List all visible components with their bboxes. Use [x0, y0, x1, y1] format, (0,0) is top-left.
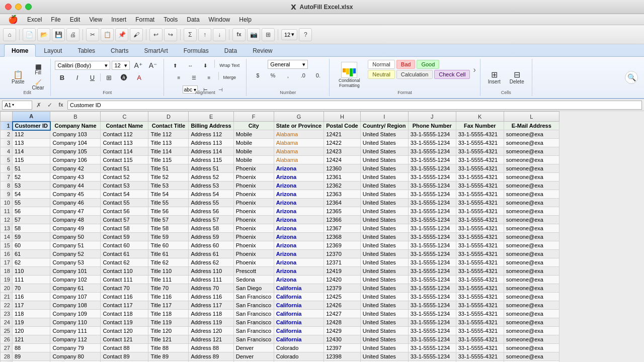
style-neutral[interactable]: Neutral — [368, 70, 394, 79]
cancel-formula-button[interactable]: ✗ — [34, 101, 43, 110]
cell[interactable]: 56 — [13, 207, 50, 216]
row-header-7[interactable]: 7 — [1, 173, 13, 182]
toolbar-paste[interactable]: 📌 — [115, 28, 128, 41]
cell[interactable]: 112 — [13, 130, 50, 139]
currency-button[interactable]: $ — [251, 70, 265, 81]
cell[interactable]: someone@exa — [504, 156, 559, 164]
cell[interactable]: Address 111 — [189, 276, 233, 284]
header-cell-7[interactable]: State or Province — [274, 122, 324, 130]
cell[interactable]: United States — [360, 258, 408, 267]
cell[interactable]: someone@exa — [504, 207, 559, 216]
fill-button[interactable]: ⬛ Fill — [30, 63, 47, 77]
cell[interactable]: 33-1-5555-4321 — [456, 216, 504, 224]
row-header-13[interactable]: 13 — [1, 224, 13, 233]
cell[interactable]: 33-1-5555-4321 — [456, 164, 504, 173]
cell[interactable]: 53 — [13, 182, 50, 190]
cell[interactable]: Title 114 — [148, 147, 189, 156]
cell[interactable]: San Francisco — [233, 310, 274, 318]
row-header-24[interactable]: 24 — [1, 318, 13, 327]
cell[interactable]: Company 105 — [50, 147, 101, 156]
cell[interactable]: 33-1-5555-1234 — [408, 216, 456, 224]
clear-button[interactable]: 🧹 Clear — [30, 78, 47, 92]
insert-function-button[interactable]: fx — [56, 101, 65, 110]
cell[interactable]: 12426 — [324, 301, 361, 310]
decimal-dec-button[interactable]: 0. — [311, 70, 325, 81]
cell[interactable]: Address 57 — [189, 216, 233, 224]
percent-button[interactable]: % — [266, 70, 280, 81]
cell[interactable]: 110 — [13, 267, 50, 276]
cell[interactable]: Contact 55 — [101, 199, 148, 207]
cell[interactable]: Phoenix — [233, 258, 274, 267]
cell[interactable]: United States — [360, 276, 408, 284]
menu-tools[interactable]: Tools — [159, 15, 182, 24]
cell[interactable]: 54 — [13, 190, 50, 199]
row-header-21[interactable]: 21 — [1, 293, 13, 301]
cell[interactable]: someone@exa — [504, 173, 559, 182]
cell[interactable]: Contact 115 — [101, 156, 148, 164]
cell[interactable]: California — [274, 310, 324, 318]
row-header-14[interactable]: 14 — [1, 233, 13, 241]
cell[interactable]: Phoenix — [233, 190, 274, 199]
cell[interactable]: Contact 113 — [101, 139, 148, 147]
cell[interactable]: Address 114 — [189, 147, 233, 156]
cell[interactable]: United States — [360, 267, 408, 276]
cell[interactable]: 33-1-5555-1234 — [408, 301, 456, 310]
cell[interactable]: Address 70 — [189, 284, 233, 293]
font-grow-button[interactable]: A⁺ — [131, 60, 144, 71]
header-cell-1[interactable]: Customer ID — [13, 122, 50, 130]
header-cell-10[interactable]: Phone Number — [408, 122, 456, 130]
cell[interactable]: Company 79 — [50, 344, 101, 352]
underline-button[interactable]: U — [85, 72, 99, 83]
wrap-text-button[interactable]: Wrap Text — [217, 60, 242, 71]
menu-insert[interactable]: Insert — [107, 15, 130, 24]
cell[interactable]: Arizona — [274, 258, 324, 267]
cell[interactable]: Title 117 — [148, 301, 189, 310]
cell[interactable]: 119 — [13, 318, 50, 327]
cell[interactable]: Title 70 — [148, 284, 189, 293]
toolbar-sum[interactable]: Σ — [184, 28, 197, 41]
cell[interactable]: Address 113 — [189, 139, 233, 147]
header-cell-11[interactable]: Fax Number — [456, 122, 504, 130]
cell[interactable]: United States — [360, 233, 408, 241]
cell[interactable]: someone@exa — [504, 293, 559, 301]
cell[interactable]: 12428 — [324, 318, 361, 327]
cell[interactable]: San Francisco — [233, 293, 274, 301]
cell[interactable]: 33-1-5555-4321 — [456, 250, 504, 258]
cell[interactable]: Title 62 — [148, 258, 189, 267]
window-controls[interactable] — [5, 4, 32, 10]
cell[interactable]: 51 — [13, 164, 50, 173]
cell[interactable]: 33-1-5555-4321 — [456, 182, 504, 190]
cell[interactable]: Address 52 — [189, 173, 233, 182]
close-button[interactable] — [5, 4, 12, 10]
cell[interactable]: 12397 — [324, 344, 361, 352]
cell[interactable]: 12361 — [324, 173, 361, 182]
row-header-16[interactable]: 16 — [1, 250, 13, 258]
cell[interactable]: 33-1-5555-4321 — [456, 156, 504, 164]
cell[interactable]: 33-1-5555-1234 — [408, 139, 456, 147]
cell[interactable]: 62 — [13, 258, 50, 267]
cell[interactable]: Alabama — [274, 139, 324, 147]
cell[interactable]: Title 89 — [148, 352, 189, 361]
font-name-dropdown[interactable]: Calibri (Body) ▾ — [55, 61, 110, 70]
cell[interactable]: Contact 120 — [101, 327, 148, 335]
style-good[interactable]: Good — [417, 60, 439, 69]
paste-button[interactable]: 📋 Paste — [8, 66, 28, 88]
cell[interactable]: Address 121 — [189, 335, 233, 344]
cell[interactable]: 61 — [13, 250, 50, 258]
cell[interactable]: United States — [360, 190, 408, 199]
cell[interactable]: Company 61 — [50, 284, 101, 293]
cell[interactable]: Company 106 — [50, 156, 101, 164]
cell[interactable]: Contact 88 — [101, 344, 148, 352]
cell[interactable]: Title 60 — [148, 241, 189, 250]
cell[interactable]: Contact 53 — [101, 182, 148, 190]
cell[interactable]: 33-1-5555-4321 — [456, 276, 504, 284]
menu-view[interactable]: View — [85, 15, 106, 24]
cell[interactable]: United States — [360, 293, 408, 301]
cell[interactable]: 33-1-5555-4321 — [456, 335, 504, 344]
cell[interactable]: 33-1-5555-4321 — [456, 258, 504, 267]
cell[interactable]: 55 — [13, 199, 50, 207]
cell[interactable]: Arizona — [274, 173, 324, 182]
cell[interactable]: 33-1-5555-1234 — [408, 164, 456, 173]
tab-data[interactable]: Data — [217, 44, 245, 57]
cell[interactable]: someone@exa — [504, 199, 559, 207]
